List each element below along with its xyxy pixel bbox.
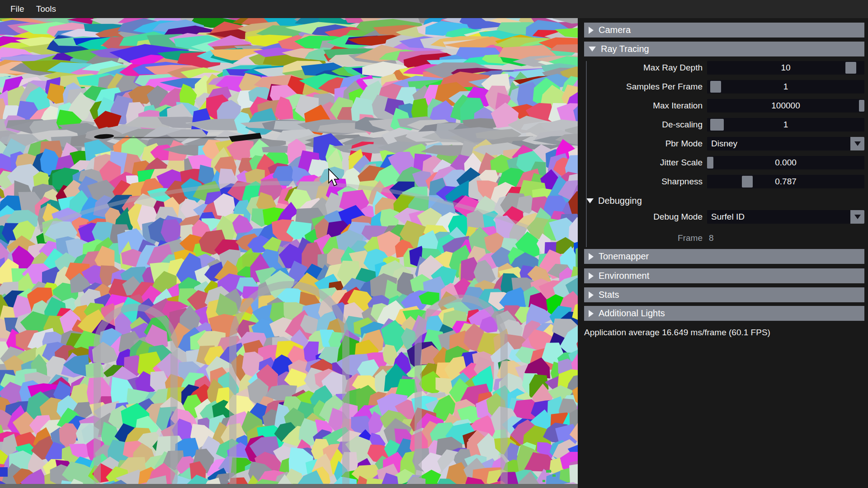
chevron-right-icon [589,272,594,280]
sharpness-slider[interactable]: 0.787 [707,175,864,188]
max-iteration-slider[interactable]: 100000 [707,99,864,113]
samples-per-frame-slider[interactable]: 1 [707,80,864,94]
section-title: Stats [599,290,619,300]
slider-value: 100000 [707,99,864,113]
row-sharpness: Sharpness 0.787 [584,175,864,188]
row-pbr-mode: Pbr Mode Disney [584,137,864,150]
row-de-scaling: De-scaling 1 [584,118,864,131]
row-label: Debug Mode [584,212,707,222]
frame-label: Frame [584,233,707,243]
chevron-down-icon [589,47,596,52]
settings-panel: Camera Ray Tracing Max Ray Depth 10 Samp… [579,18,868,488]
slider-value: 1 [707,118,864,131]
row-label: Pbr Mode [584,139,707,149]
row-max-ray-depth: Max Ray Depth 10 [584,61,864,75]
status-performance: Application average 16.649 ms/frame (60.… [584,327,864,338]
combo-value: Surfel ID [707,212,850,222]
chevron-down-icon[interactable] [850,137,864,150]
max-ray-depth-slider[interactable]: 10 [707,61,864,75]
row-label: Sharpness [584,177,707,187]
row-max-iteration: Max Iteration 100000 [584,99,864,113]
section-title: Ray Tracing [601,44,649,54]
frame-value: 8 [709,233,714,243]
row-frame-counter: Frame 8 [584,231,864,245]
section-header-tonemapper[interactable]: Tonemapper [584,249,864,264]
row-debug-mode: Debug Mode Surfel ID [584,210,864,224]
chevron-right-icon [589,27,594,34]
row-label: Jitter Scale [584,158,707,168]
tree-node-label: Debugging [598,196,642,206]
section-title: Tonemapper [599,251,649,262]
chevron-right-icon [589,310,594,317]
section-header-ray-tracing[interactable]: Ray Tracing [584,42,864,56]
section-title: Environment [599,271,649,281]
menu-tools[interactable]: Tools [30,0,62,18]
menubar: File Tools [0,0,868,18]
slider-value: 10 [707,61,864,75]
row-label: Max Ray Depth [584,63,707,73]
row-label: Max Iteration [584,101,707,111]
combo-value: Disney [707,139,850,149]
chevron-right-icon [589,253,594,260]
section-title: Camera [599,25,631,35]
chevron-right-icon [589,291,594,299]
tree-node-debugging[interactable]: Debugging [584,194,864,207]
jitter-scale-slider[interactable]: 0.000 [707,156,864,169]
pbr-mode-combo[interactable]: Disney [707,137,864,150]
row-jitter-scale: Jitter Scale 0.000 [584,156,864,169]
render-viewport[interactable] [0,18,578,488]
section-header-environment[interactable]: Environment [584,268,864,283]
chevron-down-icon[interactable] [850,210,864,224]
surfel-id-debug-render[interactable] [0,18,578,488]
chevron-down-icon [586,198,594,203]
slider-value: 0.000 [707,156,864,169]
slider-value: 1 [707,80,864,94]
row-samples-per-frame: Samples Per Frame 1 [584,80,864,94]
section-header-additional-lights[interactable]: Additional Lights [584,306,864,321]
section-title: Additional Lights [599,308,665,319]
row-label: Samples Per Frame [584,82,707,92]
section-header-camera[interactable]: Camera [584,23,864,38]
indent-line [586,61,587,247]
slider-value: 0.787 [707,175,864,188]
menu-file[interactable]: File [5,0,30,18]
de-scaling-slider[interactable]: 1 [707,118,864,131]
debug-mode-combo[interactable]: Surfel ID [707,210,864,224]
section-header-stats[interactable]: Stats [584,287,864,302]
row-label: De-scaling [584,120,707,130]
